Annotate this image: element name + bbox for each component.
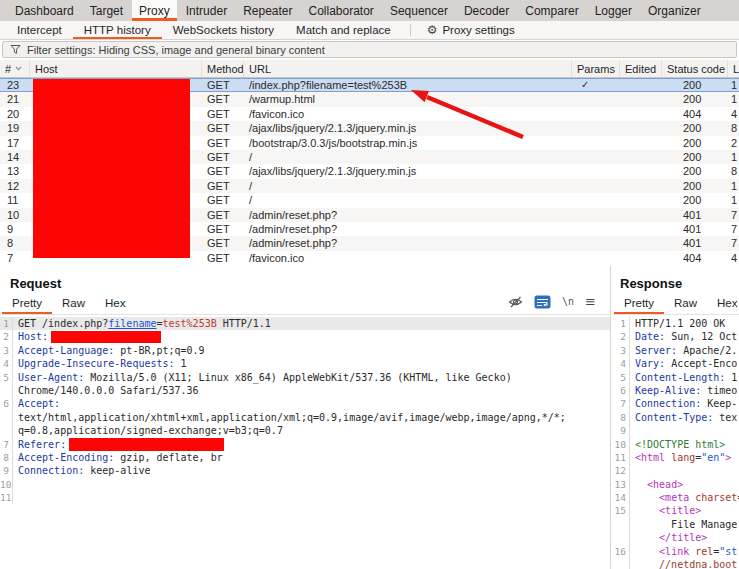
table-header-cell-status-code[interactable]: Status code (662, 60, 728, 77)
response-editor-line[interactable]: 9 (612, 424, 739, 437)
sub-tab-intercept[interactable]: Intercept (6, 21, 73, 39)
request-editor-line[interactable]: 4Upgrade-Insecure-Requests: 1 (0, 357, 610, 370)
response-editor-line[interactable]: 1HTTP/1.1 200 OK (612, 317, 739, 330)
request-editor-line[interactable]: 3Accept-Language: pt-BR,pt;q=0.9 (0, 344, 610, 357)
request-editor-line[interactable]: 6Accept: (0, 397, 610, 410)
cell-params (572, 251, 620, 265)
main-tab-target[interactable]: Target (83, 0, 130, 21)
cell-params (572, 136, 620, 150)
main-tab-comparer[interactable]: Comparer (518, 0, 585, 21)
line-text: GET /index.php?filename=test%253B HTTP/1… (13, 317, 271, 330)
filter-settings-bar[interactable]: Filter settings: Hiding CSS, image and g… (2, 41, 737, 58)
line-text: Upgrade-Insecure-Requests: 1 (13, 357, 187, 370)
main-tab-sequencer[interactable]: Sequencer (383, 0, 455, 21)
main-tab-repeater[interactable]: Repeater (236, 0, 299, 21)
hide-response-eye-slash-icon[interactable] (508, 296, 523, 308)
request-editor-line[interactable]: 5User-Agent: Mozilla/5.0 (X11; Linux x86… (0, 371, 610, 384)
line-text: //netdna.boot (630, 558, 737, 569)
sub-tab-websockets-history[interactable]: WebSockets history (162, 21, 285, 39)
main-tab-decoder[interactable]: Decoder (457, 0, 516, 21)
table-header-cell-host[interactable]: Host (30, 60, 202, 77)
cell-length: 4 (728, 107, 739, 121)
request-editor-line[interactable]: 8Accept-Encoding: gzip, deflate, br (0, 451, 610, 464)
request-editor-line[interactable]: Chrome/140.0.0.0 Safari/537.36 (0, 384, 610, 397)
editor-menu-icon[interactable]: ≡ (585, 294, 596, 309)
response-tab-pretty[interactable]: Pretty (614, 293, 664, 314)
proxy-settings-button[interactable]: ⚙ Proxy settings (419, 21, 523, 39)
main-tab-dashboard[interactable]: Dashboard (8, 0, 81, 21)
table-header-cell-params[interactable]: Params (572, 60, 620, 77)
main-tab-intruder[interactable]: Intruder (179, 0, 234, 21)
request-tab-pretty[interactable]: Pretty (2, 293, 52, 314)
response-editor[interactable]: 1HTTP/1.1 200 OK2Date: Sun, 12 Oct3Serve… (612, 317, 739, 569)
cell-edited (620, 179, 662, 193)
cell-length: 1 (728, 92, 739, 106)
request-editor-line[interactable]: q=0.8,application/signed-exchange;v=b3;q… (0, 424, 610, 437)
request-editor-line[interactable]: 11 (0, 491, 610, 504)
response-editor-line[interactable]: 14 <meta charset= (612, 491, 739, 504)
response-editor-line[interactable]: 2Date: Sun, 12 Oct (612, 330, 739, 343)
response-editor-line[interactable]: //netdna.boot (612, 558, 739, 569)
line-number: 3 (612, 344, 630, 357)
response-editor-line[interactable]: 4Vary: Accept-Enco (612, 357, 739, 370)
table-header-cell-#[interactable]: # (0, 60, 30, 77)
cell-length: 1 (728, 179, 739, 193)
line-text: Keep-Alive: timeo (630, 384, 737, 397)
main-tab-organizer[interactable]: Organizer (641, 0, 708, 21)
line-number: 16 (612, 545, 630, 558)
request-editor-line[interactable]: 1GET /index.php?filename=test%253B HTTP/… (0, 317, 610, 330)
line-number: 11 (612, 451, 630, 464)
request-editor-line[interactable]: 2Host: (0, 330, 610, 343)
sort-chevron-down-icon (15, 66, 22, 71)
request-tab-hex[interactable]: Hex (95, 293, 135, 314)
cell-id: 20 (0, 107, 30, 121)
cell-status: 200 (662, 121, 728, 135)
response-editor-line[interactable]: 5Content-Length: 1 (612, 371, 739, 384)
table-header-cell-method[interactable]: Method (202, 60, 244, 77)
response-editor-line[interactable]: 3Server: Apache/2. (612, 344, 739, 357)
response-editor-line[interactable]: 7Connection: Keep- (612, 397, 739, 410)
cell-url: / (244, 150, 572, 164)
request-editor-line[interactable]: 10 (0, 478, 610, 491)
cell-method: GET (202, 150, 244, 164)
panel-splitter[interactable] (610, 266, 611, 569)
cell-length: 1 (728, 79, 739, 91)
response-editor-line[interactable]: 16 <link rel="st (612, 545, 739, 558)
response-tab-raw[interactable]: Raw (664, 293, 707, 314)
response-editor-line[interactable]: 8Content-Type: tex (612, 411, 739, 424)
line-number: 3 (0, 344, 13, 357)
response-editor-line[interactable]: 12 (612, 464, 739, 477)
table-header-cell-l[interactable]: L (728, 60, 739, 77)
response-editor-line[interactable]: 11<html lang="en"> (612, 451, 739, 464)
main-tab-logger[interactable]: Logger (588, 0, 639, 21)
main-tab-proxy[interactable]: Proxy (132, 0, 177, 21)
table-header-cell-url[interactable]: URL (244, 60, 572, 77)
sub-tabs-container: InterceptHTTP historyWebSockets historyM… (6, 21, 402, 39)
line-text: Accept: (13, 397, 60, 410)
sub-tab-match-and-replace[interactable]: Match and replace (285, 21, 402, 39)
response-editor-line[interactable]: 15 <title> (612, 504, 739, 517)
response-editor-line[interactable]: 13 <head> (612, 478, 739, 491)
request-editor[interactable]: 1GET /index.php?filename=test%253B HTTP/… (0, 317, 610, 569)
response-editor-line[interactable]: File Manage (612, 518, 739, 531)
request-editor-line[interactable]: 7Referer: (0, 438, 610, 451)
cell-status: 200 (662, 164, 728, 178)
response-editor-line[interactable]: 6Keep-Alive: timeo (612, 384, 739, 397)
show-newlines-icon[interactable]: \n (562, 296, 574, 307)
table-header-cell-edited[interactable]: Edited (620, 60, 662, 77)
request-editor-line[interactable]: text/html,application/xhtml+xml,applicat… (0, 411, 610, 424)
response-tab-hex[interactable]: Hex (707, 293, 739, 314)
request-editor-line[interactable]: 9Connection: keep-alive (0, 464, 610, 477)
sub-tab-http-history[interactable]: HTTP history (73, 21, 162, 39)
request-tab-raw[interactable]: Raw (52, 293, 95, 314)
response-editor-line[interactable]: </title> (612, 531, 739, 544)
cell-url: /ajax/libs/jquery/2.1.3/jquery.min.js (244, 121, 572, 135)
word-wrap-icon[interactable] (534, 295, 551, 309)
line-number: 8 (612, 411, 630, 424)
line-number (612, 558, 630, 569)
main-tab-collaborator[interactable]: Collaborator (302, 0, 381, 21)
line-text (13, 491, 18, 504)
response-editor-line[interactable]: 10<!DOCTYPE html> (612, 438, 739, 451)
cell-length: 1 (728, 150, 739, 164)
cell-length: 7 (728, 222, 739, 236)
